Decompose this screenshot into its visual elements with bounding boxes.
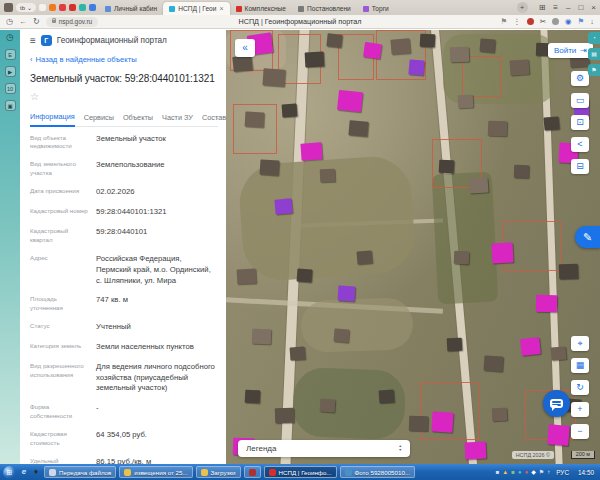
kebab-menu-icon[interactable]: ⋮ (513, 17, 521, 26)
ie-icon[interactable]: e (19, 467, 29, 477)
measure-button[interactable]: ▭ (571, 93, 589, 108)
tab-Состав[interactable]: Состав (202, 110, 226, 126)
boards-icon[interactable]: ▤ (588, 48, 600, 60)
tray-icon[interactable]: ⚑ (539, 469, 544, 475)
tray-icon[interactable]: ● (525, 469, 529, 475)
e-service-icon[interactable]: Е (5, 49, 16, 60)
back-link[interactable]: ‹ Назад в найденные объекты (30, 55, 218, 64)
feedback-chat-button[interactable] (543, 390, 570, 417)
orange-favicon[interactable] (49, 4, 56, 11)
tabs-scroll-icon[interactable]: › (215, 114, 218, 123)
taskbar-task[interactable]: Передача файлов (44, 466, 116, 478)
legend-bar[interactable]: Легенда ▲▼ (238, 440, 410, 457)
assistant-icon[interactable]: ◔ (588, 32, 600, 44)
tab-Объекты[interactable]: Объекты (123, 110, 153, 126)
tab-Сервисы[interactable]: Сервисы (84, 110, 114, 126)
ten-badge-icon[interactable]: 10 (5, 83, 16, 94)
tab-group-chip[interactable]: tb ⌄ (16, 3, 36, 12)
browser-tab[interactable]: НСПД | Геои× (163, 2, 229, 15)
zoom-out-button[interactable]: − (571, 424, 589, 439)
history-clock-icon[interactable]: ◷ (5, 32, 16, 43)
reload-icon[interactable]: ↻ (33, 17, 40, 26)
shield-icon[interactable]: ♦ (31, 467, 41, 477)
new-tab-button[interactable]: + (517, 2, 528, 13)
building (259, 160, 279, 176)
basemap-button[interactable]: ▦ (571, 358, 589, 373)
zoom-in-button[interactable]: + (571, 402, 589, 417)
login-button[interactable]: Войти ⇥ (548, 43, 593, 58)
browser-tab[interactable]: Постановлени (292, 2, 357, 15)
extension-red-icon[interactable] (527, 18, 534, 25)
extension-grey-icon[interactable] (552, 18, 559, 25)
tray-icon[interactable]: ▲ (502, 469, 508, 475)
taskbar-task[interactable]: НСПД | Геоинфо... (264, 466, 337, 478)
collections-icon[interactable]: ⚑ (588, 64, 600, 76)
field-row: Удельный показатель кадастровой стоимост… (30, 453, 218, 464)
extent-button[interactable]: ⊡ (571, 115, 589, 130)
browser-logo-icon[interactable] (4, 3, 13, 12)
favorite-star-icon[interactable]: ☆ (30, 91, 218, 102)
heart-favicon[interactable] (59, 4, 66, 11)
taskbar-task[interactable]: Загрузки (196, 466, 241, 478)
downloads-icon[interactable]: ↓ (590, 17, 594, 26)
tab-Информация[interactable]: Информация (30, 109, 75, 127)
tab-close-icon[interactable]: × (219, 5, 223, 12)
field-value: Российская Федерация, Пермский край, м.о… (96, 254, 218, 286)
tray-icon[interactable]: ◆ (531, 469, 536, 475)
teal-favicon[interactable] (79, 4, 86, 11)
browser-tab[interactable]: Торги (357, 2, 395, 15)
blue-favicon[interactable] (89, 4, 96, 11)
taskbar-task[interactable] (244, 466, 261, 478)
collapse-panel-button[interactable]: « (235, 39, 255, 57)
tab-panels-icon[interactable]: ⊞ (539, 3, 546, 12)
field-patch (432, 172, 499, 305)
bookmark-flag-icon[interactable]: ⚑ (500, 17, 507, 26)
taskbar-task[interactable]: извещения от 25... (119, 466, 192, 478)
highlighted-building (547, 424, 569, 445)
doc-favicon[interactable] (39, 4, 46, 11)
red-favicon[interactable] (69, 4, 76, 11)
field-label: Удельный показатель кадастровой стоимост… (30, 457, 96, 464)
address-bar[interactable]: nspd.gov.ru (46, 17, 98, 27)
map-viewport[interactable]: « Войти ⇥ ⚙▭⊡<⊟ ✎ ⌖▦↻+− Легенда ▲▼ НСПД … (226, 30, 600, 464)
start-button[interactable]: ⊞ (3, 466, 16, 479)
tray-icon[interactable]: ● (518, 469, 522, 475)
tray-icon[interactable]: ■ (496, 469, 500, 475)
field-row: Форма собственности- (30, 399, 218, 426)
extension-scissors-icon[interactable]: ✂ (540, 17, 546, 26)
pinned-tabs (39, 4, 96, 11)
taskbar-task[interactable]: Фото 5928005010... (340, 466, 416, 478)
close-icon[interactable]: × (591, 3, 596, 12)
settings-button[interactable]: ⚙ (571, 71, 589, 86)
restore-icon[interactable]: □ (578, 3, 583, 12)
share-button[interactable]: < (571, 137, 589, 152)
parcel-outline (462, 56, 501, 97)
minimize-icon[interactable]: – (566, 3, 570, 12)
building (244, 390, 260, 404)
field-row: Категория земельЗемли населенных пунктов (30, 338, 218, 358)
field-row: Вид земельного участкаЗемлепользование (30, 156, 218, 183)
field-row: Кадастровый номер59:28:0440101:1321 (30, 203, 218, 223)
browser-tab[interactable]: Комплексные (230, 2, 292, 15)
task-icon (345, 469, 352, 476)
tab-Части ЗУ[interactable]: Части ЗУ (162, 110, 193, 126)
field-label: Форма собственности (30, 403, 96, 421)
refresh-button[interactable]: ↻ (571, 380, 589, 395)
back-icon[interactable]: ← (19, 17, 27, 26)
tray-icon[interactable]: ↑ (547, 469, 550, 475)
play-icon[interactable]: ▶ (5, 66, 16, 77)
extension-target-icon[interactable]: ◉ (565, 17, 572, 26)
extension-flag-icon[interactable]: ⚑ (578, 17, 585, 26)
draw-tool-button[interactable]: ✎ (575, 226, 600, 248)
print-button[interactable]: ⊟ (571, 159, 589, 174)
language-indicator[interactable]: РУС (553, 469, 572, 476)
tray-icon[interactable]: ■ (511, 469, 515, 475)
browser-tab[interactable]: Личный кабин (99, 2, 163, 15)
menu-icon[interactable]: ≡ (553, 3, 558, 12)
field-label: Кадастровый квартал (30, 227, 96, 245)
hamburger-menu-icon[interactable]: ≡ (30, 35, 36, 46)
task-icon (269, 469, 276, 476)
locate-button[interactable]: ⌖ (571, 336, 589, 351)
history-icon[interactable]: ◷ (6, 17, 13, 26)
camera-icon[interactable]: ▣ (5, 100, 16, 111)
